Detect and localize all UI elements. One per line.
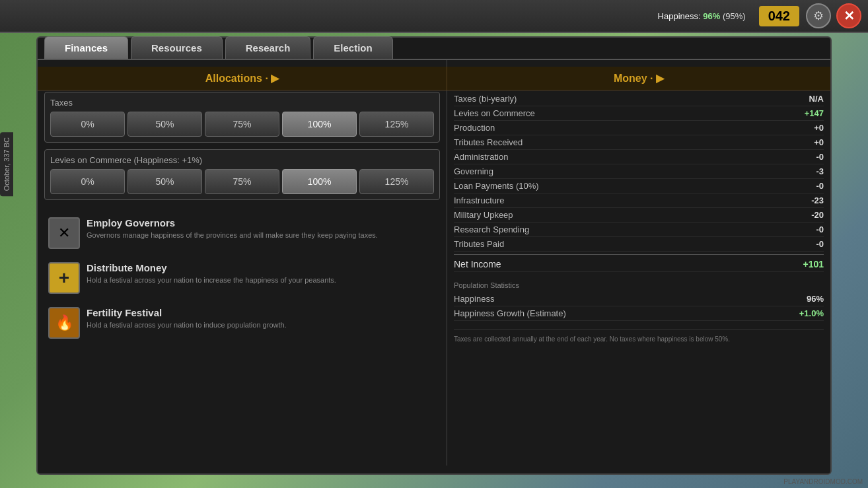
- money-row-tributes-received: Tributes Received +0: [454, 135, 824, 150]
- taxes-biyearly-value: N/A: [791, 94, 824, 104]
- research-spending-label: Research Spending: [454, 225, 529, 234]
- military-upkeep-label: Military Upkeep: [454, 210, 513, 220]
- distribute-money-desc: Hold a festival across your nation to in…: [87, 275, 336, 285]
- happiness-growth-value: +1.0%: [791, 308, 824, 318]
- money-row-levies: Levies on Commerce +147: [454, 106, 824, 121]
- happiness-secondary: (95%): [723, 11, 746, 21]
- tax-btn-75[interactable]: 75%: [205, 112, 279, 137]
- net-income-label: Net Income: [454, 259, 501, 269]
- employ-governors-action[interactable]: ✕ Employ Governors Governors manage happ…: [44, 213, 440, 253]
- taxes-section: Taxes 0% 50% 75% 100% 125%: [44, 92, 440, 143]
- top-bar: Happiness: 96% (95%) 042 ⚙ ✕: [0, 0, 868, 33]
- tax-btn-0[interactable]: 0%: [50, 112, 125, 137]
- money-row-tributes-paid: Tributes Paid -0: [454, 237, 824, 252]
- money-row-net-income: Net Income +101: [454, 254, 824, 272]
- tab-election[interactable]: Election: [313, 36, 392, 59]
- infrastructure-label: Infrastructure: [454, 195, 505, 205]
- tributes-paid-label: Tributes Paid: [454, 239, 504, 249]
- research-spending-value: -0: [791, 225, 824, 234]
- money-row-happiness: Happiness 96%: [454, 292, 824, 306]
- levies-commerce-value: +147: [791, 108, 824, 118]
- money-row-happiness-growth: Happiness Growth (Estimate) +1.0%: [454, 306, 824, 321]
- left-column: Taxes 0% 50% 75% 100% 125% Levies on Com…: [38, 60, 447, 466]
- tributes-received-value: +0: [791, 137, 824, 147]
- main-panel: Finances Resources Research Election All…: [36, 36, 832, 475]
- allocations-header: Allocations · ▶: [38, 67, 447, 90]
- pop-stats-label: Population Statistics: [454, 281, 824, 289]
- levy-btn-100[interactable]: 100%: [282, 169, 357, 194]
- taxes-label: Taxes: [50, 98, 434, 108]
- levies-label: Levies on Commerce (Happiness: +1%): [50, 155, 434, 165]
- tributes-paid-value: -0: [791, 239, 824, 249]
- governing-value: -3: [791, 166, 824, 176]
- net-income-value: +101: [791, 259, 824, 269]
- taxes-biyearly-label: Taxes (bi-yearly): [454, 94, 517, 104]
- right-column: Taxes (bi-yearly) N/A Levies on Commerce…: [447, 60, 830, 466]
- levy-btn-125[interactable]: 125%: [359, 169, 434, 194]
- watermark: PLAYANDROIDMOD.COM: [783, 478, 863, 485]
- money-row-infrastructure: Infrastructure -23: [454, 193, 824, 208]
- military-upkeep-value: -20: [791, 210, 824, 220]
- happiness-stat-label: Happiness: [454, 294, 494, 304]
- fertility-festival-icon: 🔥: [48, 307, 80, 339]
- administration-label: Administration: [454, 152, 508, 162]
- levy-btn-0[interactable]: 0%: [50, 169, 125, 194]
- money-row-loan: Loan Payments (10%) -0: [454, 179, 824, 193]
- distribute-money-title: Distribute Money: [87, 262, 336, 273]
- governing-label: Governing: [454, 166, 493, 176]
- tax-btn-100[interactable]: 100%: [282, 112, 357, 137]
- administration-value: -0: [791, 152, 824, 162]
- levies-commerce-label: Levies on Commerce: [454, 108, 535, 118]
- tributes-received-label: Tributes Received: [454, 137, 523, 147]
- happiness-stat-value: 96%: [791, 294, 824, 304]
- money-header: Money · ▶: [447, 67, 830, 90]
- employ-governors-title: Employ Governors: [87, 217, 378, 228]
- loan-payments-label: Loan Payments (10%): [454, 181, 539, 191]
- production-value: +0: [791, 123, 824, 133]
- footer-note: Taxes are collected annually at the end …: [454, 329, 824, 344]
- money-row-military: Military Upkeep -20: [454, 208, 824, 223]
- happiness-growth-label: Happiness Growth (Estimate): [454, 308, 566, 318]
- tax-btn-50[interactable]: 50%: [127, 112, 202, 137]
- distribute-money-action[interactable]: + Distribute Money Hold a festival acros…: [44, 258, 440, 298]
- money-row-governing: Governing -3: [454, 164, 824, 179]
- side-date: October, 337 BC: [0, 132, 13, 196]
- employ-governors-icon: ✕: [48, 217, 80, 249]
- tab-resources[interactable]: Resources: [131, 36, 223, 59]
- close-button[interactable]: ✕: [836, 3, 861, 28]
- tab-bar: Finances Resources Research Election: [38, 36, 830, 59]
- gear-button[interactable]: ⚙: [806, 3, 831, 28]
- production-label: Production: [454, 123, 495, 133]
- money-table: Taxes (bi-yearly) N/A Levies on Commerce…: [454, 92, 824, 459]
- infrastructure-value: -23: [791, 195, 824, 205]
- happiness-value: 96%: [703, 11, 720, 21]
- employ-governors-desc: Governors manage happiness of the provin…: [87, 230, 378, 240]
- panel-body: Allocations · ▶ Money · ▶ Taxes 0% 50% 7…: [38, 59, 830, 466]
- fertility-festival-desc: Hold a festival across your nation to in…: [87, 320, 287, 330]
- loan-payments-value: -0: [791, 181, 824, 191]
- levies-buttons: 0% 50% 75% 100% 125%: [50, 169, 434, 194]
- levies-section: Levies on Commerce (Happiness: +1%) 0% 5…: [44, 149, 440, 200]
- money-row-taxes: Taxes (bi-yearly) N/A: [454, 92, 824, 106]
- actions-section: ✕ Employ Governors Governors manage happ…: [44, 213, 440, 459]
- fertility-festival-title: Fertility Festival: [87, 307, 287, 318]
- happiness-label: Happiness:: [658, 11, 701, 21]
- levy-btn-50[interactable]: 50%: [127, 169, 202, 194]
- money-row-research: Research Spending -0: [454, 223, 824, 237]
- money-row-production: Production +0: [454, 121, 824, 135]
- money-row-admin: Administration -0: [454, 150, 824, 164]
- happiness-display: Happiness: 96% (95%): [658, 11, 746, 21]
- distribute-money-icon: +: [48, 262, 80, 294]
- tab-research[interactable]: Research: [225, 36, 311, 59]
- tab-finances[interactable]: Finances: [44, 36, 128, 59]
- taxes-buttons: 0% 50% 75% 100% 125%: [50, 112, 434, 137]
- levy-btn-75[interactable]: 75%: [205, 169, 279, 194]
- year-display: 042: [759, 6, 799, 26]
- fertility-festival-action[interactable]: 🔥 Fertility Festival Hold a festival acr…: [44, 303, 440, 343]
- tax-btn-125[interactable]: 125%: [359, 112, 434, 137]
